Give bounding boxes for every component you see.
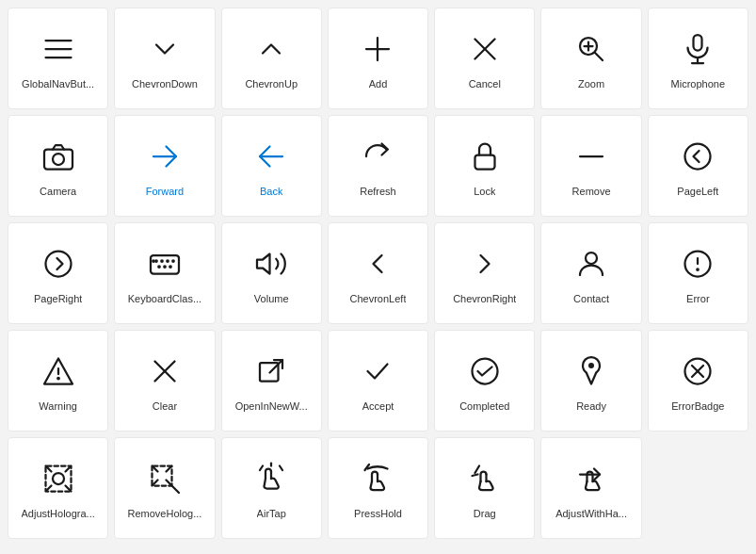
chevron-right-icon <box>466 245 504 283</box>
cancel-icon <box>466 30 504 68</box>
icon-cell-adjust-with-hand[interactable]: AdjustWithHa... <box>540 437 641 539</box>
icon-cell-adjust-hologram[interactable]: AdjustHologra... <box>8 437 108 539</box>
drag-icon <box>466 460 504 497</box>
icon-cell-air-tap[interactable]: AirTap <box>221 437 322 539</box>
icon-cell-page-right[interactable]: PageRight <box>8 222 108 324</box>
icon-cell-contact[interactable]: Contact <box>540 222 641 324</box>
chevron-left-icon <box>359 245 396 283</box>
icon-cell-accept[interactable]: Accept <box>328 330 428 432</box>
error-badge-label: ErrorBadge <box>671 399 724 413</box>
volume-icon <box>252 245 290 283</box>
lock-icon <box>466 138 504 175</box>
icon-cell-ready[interactable]: Ready <box>540 330 641 432</box>
chevron-up-icon <box>252 30 290 68</box>
icon-cell-lock[interactable]: Lock <box>434 115 535 217</box>
chevron-right-label: ChevronRight <box>453 292 516 305</box>
svg-rect-14 <box>44 149 72 169</box>
svg-point-49 <box>53 473 64 484</box>
microphone-label: Microphone <box>671 77 725 90</box>
page-right-icon <box>40 245 77 283</box>
remove-hologram-icon <box>146 460 184 497</box>
svg-rect-22 <box>151 255 179 274</box>
icon-cell-drag[interactable]: Drag <box>434 437 535 539</box>
keyboard-classic-icon <box>146 245 184 283</box>
icon-cell-back[interactable]: Back <box>221 115 322 217</box>
chevron-down-icon <box>146 30 184 68</box>
icon-cell-chevron-up[interactable]: ChevronUp <box>221 8 322 109</box>
press-hold-label: PressHold <box>354 507 402 520</box>
svg-line-8 <box>595 53 603 60</box>
volume-label: Volume <box>254 292 289 305</box>
icon-cell-chevron-right[interactable]: ChevronRight <box>434 222 535 324</box>
back-icon <box>252 138 290 175</box>
add-icon <box>359 30 396 68</box>
svg-point-44 <box>588 363 594 368</box>
global-nav-button-icon <box>40 30 77 68</box>
clear-icon <box>146 352 184 390</box>
icon-cell-remove[interactable]: Remove <box>540 115 641 217</box>
icon-cell-refresh[interactable]: Refresh <box>328 115 428 217</box>
icon-cell-open-in-new-window[interactable]: OpenInNewW... <box>221 330 322 432</box>
svg-point-15 <box>53 154 64 165</box>
cancel-label: Cancel <box>469 77 501 90</box>
svg-rect-18 <box>475 155 494 169</box>
chevron-up-label: ChevronUp <box>245 77 298 90</box>
icon-cell-volume[interactable]: Volume <box>221 222 322 324</box>
svg-point-43 <box>472 358 497 383</box>
icon-cell-camera[interactable]: Camera <box>8 115 108 217</box>
adjust-with-hand-label: AdjustWithHa... <box>555 507 627 520</box>
icon-cell-press-hold[interactable]: PressHold <box>328 437 428 539</box>
svg-point-21 <box>45 251 71 276</box>
back-label: Back <box>260 185 282 198</box>
icon-cell-error-badge[interactable]: ErrorBadge <box>648 330 748 432</box>
icon-cell-warning[interactable]: Warning <box>8 330 108 432</box>
error-icon <box>679 245 716 283</box>
icon-cell-clear[interactable]: Clear <box>114 330 215 432</box>
open-in-new-window-label: OpenInNewW... <box>235 399 308 413</box>
page-right-label: PageRight <box>34 292 82 305</box>
icon-cell-zoom[interactable]: Zoom <box>540 8 641 109</box>
svg-rect-11 <box>694 35 702 51</box>
clear-label: Clear <box>153 399 177 413</box>
icon-cell-keyboard-classic[interactable]: KeyboardClas... <box>114 222 215 324</box>
air-tap-icon <box>252 460 290 497</box>
chevron-left-label: ChevronLeft <box>350 292 407 305</box>
global-nav-button-label: GlobalNavBut... <box>22 77 94 90</box>
icon-cell-completed[interactable]: Completed <box>434 330 535 432</box>
zoom-label: Zoom <box>578 77 604 90</box>
error-label: Error <box>686 292 709 305</box>
icon-cell-chevron-left[interactable]: ChevronLeft <box>328 222 428 324</box>
camera-icon <box>40 138 77 175</box>
contact-icon <box>572 245 610 283</box>
press-hold-icon <box>359 460 396 497</box>
icon-cell-chevron-down[interactable]: ChevronDown <box>114 8 215 109</box>
icon-cell-global-nav-button[interactable]: GlobalNavBut... <box>8 8 108 109</box>
icon-grid: GlobalNavBut...ChevronDownChevronUpAddCa… <box>8 8 748 539</box>
warning-label: Warning <box>39 399 77 413</box>
accept-label: Accept <box>362 399 394 413</box>
air-tap-label: AirTap <box>257 507 286 520</box>
ready-icon <box>572 352 610 390</box>
remove-label: Remove <box>572 185 611 198</box>
page-left-icon <box>679 138 716 175</box>
completed-label: Completed <box>459 399 509 413</box>
icon-cell-add[interactable]: Add <box>328 8 428 109</box>
adjust-hologram-label: AdjustHologra... <box>22 507 95 520</box>
error-badge-icon <box>679 352 716 390</box>
svg-point-32 <box>586 253 597 264</box>
adjust-with-hand-icon <box>572 460 610 497</box>
svg-point-20 <box>685 143 711 169</box>
svg-line-59 <box>170 484 179 493</box>
microphone-icon <box>679 30 716 68</box>
icon-cell-forward[interactable]: Forward <box>114 115 215 217</box>
icon-cell-microphone[interactable]: Microphone <box>648 8 748 109</box>
icon-cell-cancel[interactable]: Cancel <box>434 8 535 109</box>
icon-cell-remove-hologram[interactable]: RemoveHolog... <box>114 437 215 539</box>
accept-icon <box>359 352 396 390</box>
remove-icon <box>572 138 610 175</box>
icon-cell-error[interactable]: Error <box>648 222 748 324</box>
chevron-down-label: ChevronDown <box>132 77 198 90</box>
forward-icon <box>146 138 184 175</box>
icon-cell-page-left[interactable]: PageLeft <box>648 115 748 217</box>
drag-label: Drag <box>474 507 496 520</box>
